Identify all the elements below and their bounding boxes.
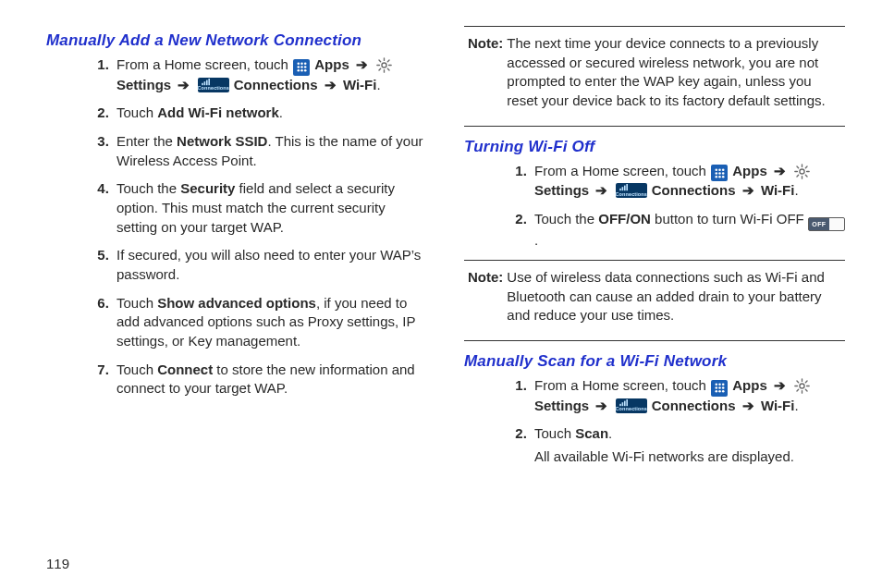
steps-turn-off: From a Home screen, touch Apps ➔ Setting… [464, 162, 845, 251]
gear-icon [793, 163, 810, 179]
gear-icon [375, 57, 392, 74]
step-5: If secured, you will also need to enter … [113, 246, 427, 284]
apps-icon [711, 380, 728, 397]
apps-icon [711, 165, 728, 181]
step-6: Touch Show advanced options, if you need… [113, 294, 427, 351]
section-heading-add-network: Manually Add a New Network Connection [46, 31, 427, 50]
arrow-icon: ➔ [593, 182, 610, 198]
page: Manually Add a New Network Connection Fr… [0, 0, 882, 588]
step-4: Touch the Security field and select a se… [113, 179, 427, 237]
connections-icon: Connections [198, 78, 229, 92]
divider [464, 340, 845, 341]
divider [464, 26, 845, 27]
note-battery: Note: Use of wireless data connections s… [464, 268, 845, 331]
arrow-icon: ➔ [740, 398, 757, 413]
arrow-icon: ➔ [740, 182, 757, 198]
section-heading-turn-off: Turning Wi-Fi Off [464, 138, 845, 156]
step-7: Touch Connect to store the new informati… [113, 361, 427, 398]
step-2: Touch the OFF/ON button to turn Wi-Fi OF… [531, 210, 845, 251]
divider [464, 260, 845, 261]
connections-icon: Connections [616, 183, 647, 198]
arrow-icon: ➔ [175, 77, 192, 92]
step-2: Touch Add Wi-Fi network. [113, 104, 427, 123]
section-heading-scan: Manually Scan for a Wi-Fi Network [464, 352, 845, 371]
right-column: Note: The next time your device connects… [464, 20, 845, 588]
divider [464, 126, 845, 127]
step-2: Touch Scan. All available Wi-Fi networks… [531, 424, 845, 466]
apps-icon [293, 59, 310, 76]
arrow-icon: ➔ [322, 77, 339, 92]
left-column: Manually Add a New Network Connection Fr… [46, 20, 427, 588]
steps-scan: From a Home screen, touch Apps ➔ Setting… [464, 376, 845, 467]
off-toggle-icon: OFF [808, 217, 845, 231]
arrow-icon: ➔ [593, 398, 610, 413]
step-1: From a Home screen, touch Apps ➔ Setting… [531, 162, 845, 201]
step-1: From a Home screen, touch Apps ➔ Setting… [113, 55, 427, 94]
arrow-icon: ➔ [353, 56, 371, 72]
gear-icon [793, 378, 810, 395]
step-1: From a Home screen, touch Apps ➔ Setting… [531, 376, 845, 415]
note-reconnect: Note: The next time your device connects… [464, 34, 845, 116]
arrow-icon: ➔ [771, 163, 789, 178]
arrow-icon: ➔ [771, 377, 789, 393]
connections-icon: Connections [616, 398, 647, 413]
steps-add-network: From a Home screen, touch Apps ➔ Setting… [46, 55, 427, 398]
step-3: Enter the Network SSID. This is the name… [113, 132, 427, 170]
page-number: 119 [46, 556, 69, 571]
